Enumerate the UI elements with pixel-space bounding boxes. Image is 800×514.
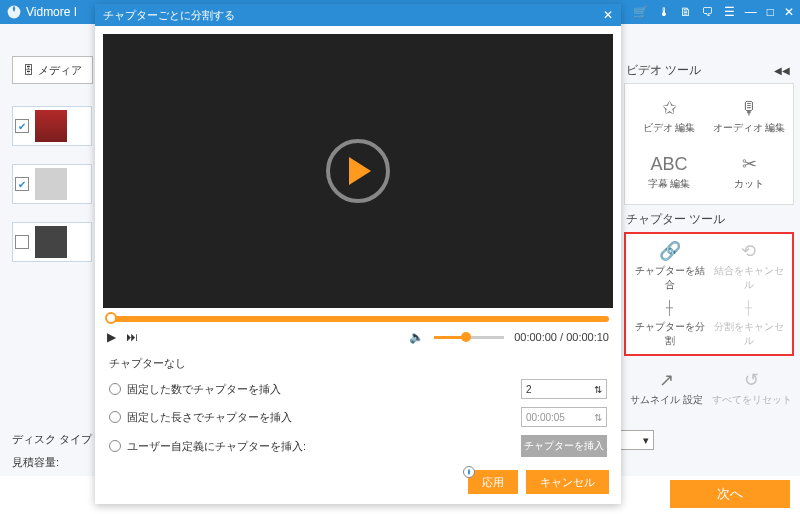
video-tools-title: ビデオ ツール◀◀ xyxy=(626,62,794,79)
tool-cut[interactable]: ✂カット xyxy=(709,144,789,200)
thumbnail xyxy=(35,110,67,142)
disc-type-label: ディスク タイプ xyxy=(12,432,92,447)
tool-cancel-merge: ⟲結合をキャンセル xyxy=(709,238,788,294)
thumbnail-icon: ↗ xyxy=(659,369,674,391)
player-controls: ▶ ⏭ 🔈 00:00:00 / 00:00:10 xyxy=(107,330,609,344)
dialog-title: チャプターごとに分割する xyxy=(103,8,235,23)
right-column: ビデオ ツール◀◀ ✩ビデオ 編集 🎙オーディオ 編集 ABC字幕 編集 ✂カッ… xyxy=(624,56,794,416)
count-spinner[interactable]: 2⇅ xyxy=(521,379,607,399)
chapter-mode-radios: チャプターなし 固定した数でチャプターを挿入2⇅ 固定した長さでチャプターを挿入… xyxy=(109,356,607,457)
thermometer-icon[interactable]: 🌡 xyxy=(658,5,670,19)
microphone-icon: 🎙 xyxy=(740,98,758,119)
apply-button[interactable]: 応用 xyxy=(468,470,518,494)
list-item[interactable]: ✔ xyxy=(12,164,92,204)
radio-no-chapter[interactable]: チャプターなし xyxy=(109,356,607,371)
step-forward-icon[interactable]: ⏭ xyxy=(126,330,138,344)
radio-icon[interactable] xyxy=(109,411,121,423)
radio-icon[interactable] xyxy=(109,440,121,452)
thumbnail xyxy=(35,168,67,200)
scissors-icon: ✂ xyxy=(742,153,757,175)
split-chapter-dialog: チャプターごとに分割する ✕ ▶ ⏭ 🔈 00:00:00 / 00:00:10… xyxy=(95,4,621,504)
list-item[interactable] xyxy=(12,222,92,262)
video-tools-panel: ✩ビデオ 編集 🎙オーディオ 編集 ABC字幕 編集 ✂カット xyxy=(624,83,794,205)
next-button[interactable]: 次へ xyxy=(670,480,790,508)
play-small-icon[interactable]: ▶ xyxy=(107,330,116,344)
insert-chapter-button[interactable]: チャプターを挿入 xyxy=(521,435,607,457)
radio-fixed-count[interactable]: 固定した数でチャプターを挿入2⇅ xyxy=(109,379,607,399)
menu-icon[interactable]: ☰ xyxy=(724,5,735,19)
chapter-tools-panel: 🔗チャプターを結合 ⟲結合をキャンセル ⟊チャプターを分割 ⟊分割をキャンセル xyxy=(624,232,794,356)
chat-icon[interactable]: 🗨 xyxy=(702,5,714,19)
document-icon[interactable]: 🗎 xyxy=(680,5,692,19)
play-icon xyxy=(349,157,371,185)
volume-icon[interactable]: 🔈 xyxy=(409,330,424,344)
tool-audio-edit[interactable]: 🎙オーディオ 編集 xyxy=(709,88,789,144)
dialog-titlebar: チャプターごとに分割する ✕ xyxy=(95,4,621,26)
window-close-icon[interactable]: ✕ xyxy=(784,5,794,19)
size-label: 見積容量: xyxy=(12,455,59,470)
checkbox[interactable]: ✔ xyxy=(15,177,29,191)
radio-icon[interactable] xyxy=(463,466,475,478)
window-minimize-icon[interactable]: — xyxy=(745,5,757,19)
chevron-down-icon: ▾ xyxy=(643,434,649,447)
media-icon: 🗄 xyxy=(23,64,34,76)
split-cancel-icon: ⟊ xyxy=(743,297,754,318)
list-item[interactable]: ✔ xyxy=(12,106,92,146)
seek-slider[interactable] xyxy=(107,316,609,322)
tool-reset-all: ↺すべてをリセット xyxy=(709,360,794,416)
cart-icon[interactable]: 🛒 xyxy=(633,5,648,19)
checkbox[interactable]: ✔ xyxy=(15,119,29,133)
tool-cancel-split: ⟊分割をキャンセル xyxy=(709,294,788,350)
dialog-footer: 応用 キャンセル xyxy=(95,462,621,504)
spinner-arrows-icon[interactable]: ⇅ xyxy=(594,412,602,423)
volume-handle[interactable] xyxy=(461,332,471,342)
chapter-tools-title: チャプター ツール xyxy=(626,211,794,228)
window-maximize-icon[interactable]: □ xyxy=(767,5,774,19)
undo-icon: ⟲ xyxy=(741,240,756,262)
wand-icon: ✩ xyxy=(662,97,677,119)
tool-subtitle-edit[interactable]: ABC字幕 編集 xyxy=(629,144,709,200)
volume-slider[interactable] xyxy=(434,336,504,339)
tool-split-chapter[interactable]: ⟊チャプターを分割 xyxy=(630,294,709,350)
chapter-extra-tools: ↗サムネイル 設定 ↺すべてをリセット xyxy=(624,360,794,416)
app-title: Vidmore I xyxy=(26,5,77,19)
collapse-icon[interactable]: ◀◀ xyxy=(774,65,790,76)
split-icon: ⟊ xyxy=(664,297,675,318)
checkbox[interactable] xyxy=(15,235,29,249)
link-icon: 🔗 xyxy=(659,240,681,262)
add-media-label: メディア xyxy=(38,63,82,78)
media-list: ✔ ✔ xyxy=(12,106,92,262)
spinner-arrows-icon[interactable]: ⇅ xyxy=(594,384,602,395)
tool-merge-chapters[interactable]: 🔗チャプターを結合 xyxy=(630,238,709,294)
radio-custom[interactable]: ユーザー自定義にチャプターを挿入:チャプターを挿入 xyxy=(109,435,607,457)
time-spinner[interactable]: 00:00:05⇅ xyxy=(521,407,607,427)
thumbnail xyxy=(35,226,67,258)
titlebar-buttons: 🛒 🌡 🗎 🗨 ☰ — □ ✕ xyxy=(633,5,794,19)
tool-thumbnail-settings[interactable]: ↗サムネイル 設定 xyxy=(624,360,709,416)
radio-fixed-length[interactable]: 固定した長さでチャプターを挿入00:00:05⇅ xyxy=(109,407,607,427)
cancel-button[interactable]: キャンセル xyxy=(526,470,609,494)
add-media-button[interactable]: 🗄 メディア xyxy=(12,56,93,84)
radio-icon[interactable] xyxy=(109,383,121,395)
play-button[interactable] xyxy=(326,139,390,203)
seek-handle[interactable] xyxy=(105,312,117,324)
video-preview[interactable] xyxy=(103,34,613,308)
app-logo-icon xyxy=(6,4,22,20)
reset-icon: ↺ xyxy=(744,369,759,391)
time-display: 00:00:00 / 00:00:10 xyxy=(514,331,609,343)
close-icon[interactable]: ✕ xyxy=(603,8,613,22)
abc-icon: ABC xyxy=(650,154,687,175)
tool-video-edit[interactable]: ✩ビデオ 編集 xyxy=(629,88,709,144)
